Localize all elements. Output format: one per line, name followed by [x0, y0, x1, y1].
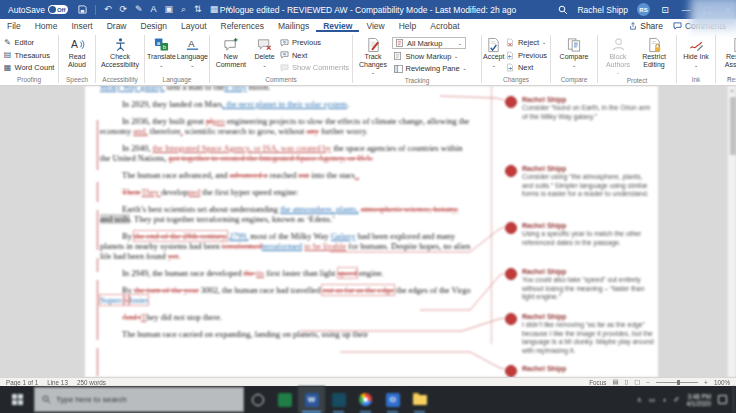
track-changes-button[interactable]: Track Changes⌄ — [354, 33, 392, 76]
show-markup-button[interactable]: Show Markup⌄ — [392, 51, 469, 62]
paragraph[interactable]: The human race carried on expanding, lan… — [100, 329, 472, 339]
read-mode-icon[interactable]: ▤ — [612, 378, 618, 386]
comment-card[interactable]: Rachel ShippI didn’t like removing “as f… — [505, 313, 655, 355]
resume-assistant-button[interactable]: in Resume Assistant — [718, 33, 736, 68]
delete-comment-button[interactable]: Delete⌄ — [251, 33, 279, 68]
paragraph[interactable]: Earth’s best scientists set about unders… — [100, 204, 472, 224]
comment-card[interactable]: Rachel ShippUsing a specific year to mat… — [505, 222, 655, 247]
scroll-up-icon[interactable]: ▲ — [730, 87, 735, 93]
translate-button[interactable]: ab Translate⌄ — [146, 33, 177, 68]
show-comments-button[interactable]: Show Comments — [278, 62, 351, 73]
zoom-in-button[interactable]: + — [704, 379, 708, 386]
tab-home[interactable]: Home — [28, 19, 65, 32]
comment-card[interactable]: Rachel Shipp — [505, 365, 655, 377]
paragraph[interactable]: In 2949, the human race developed the it… — [100, 268, 472, 278]
user-avatar[interactable]: RS — [637, 3, 650, 16]
start-button[interactable] — [0, 386, 34, 413]
taskbar-clock[interactable]: 3:48 PM 4/1/2020 — [686, 393, 711, 407]
accept-button[interactable]: Accept⌄ — [483, 33, 504, 68]
zoom-out-button[interactable]: − — [646, 379, 650, 386]
editor-button[interactable]: ✎Editor — [1, 37, 56, 48]
word-count-indicator[interactable]: 250 words — [77, 379, 106, 386]
tray-expand-icon[interactable]: ∧ — [637, 396, 642, 404]
reviewing-pane-button[interactable]: Reviewing Pane⌄ — [392, 63, 469, 74]
undo-icon[interactable]: ↶ — [104, 5, 112, 14]
autosave-switch[interactable]: Off — [48, 5, 68, 14]
paragraph[interactable]: The human race advanced, and advanced a … — [100, 170, 472, 180]
teams-taskbar-button[interactable] — [325, 386, 352, 413]
tab-design[interactable]: Design — [134, 19, 174, 32]
user-name[interactable]: Rachel Shipp — [577, 5, 628, 15]
reject-button[interactable]: Reject⌄ — [504, 37, 549, 48]
paragraph[interactable]: In 2040, the Integrated Space Agency, or… — [100, 143, 472, 163]
comment-card[interactable]: Rachel ShippYou could also take “speed” … — [505, 268, 655, 302]
new-comment-button[interactable]: New Comment — [211, 33, 251, 68]
draw-icon[interactable]: ✎ — [135, 5, 143, 14]
previous-change-button[interactable]: Previous — [504, 50, 549, 61]
tab-file[interactable]: File — [0, 19, 28, 32]
page-indicator[interactable]: Page 1 of 1 — [6, 379, 38, 386]
display-for-review-select[interactable]: All Markup ⌄ — [392, 37, 466, 49]
word-taskbar-button[interactable]: W — [298, 386, 325, 413]
tab-acrobat[interactable]: Acrobat — [423, 19, 466, 32]
font-icon[interactable]: A — [151, 5, 157, 14]
comment-card[interactable]: Rachel ShippConsider using “the atmosphe… — [505, 165, 655, 199]
network-icon[interactable]: ▭ — [649, 396, 656, 404]
hide-ink-button[interactable]: Hide Ink⌄ — [679, 33, 713, 68]
tab-mailings[interactable]: Mailings — [271, 19, 316, 32]
tab-insert[interactable]: Insert — [64, 19, 99, 32]
sort-icon[interactable]: ⇅ — [194, 5, 202, 14]
tab-layout[interactable]: Layout — [174, 19, 214, 32]
cortana-taskbar-button[interactable] — [244, 386, 271, 413]
check-accessibility-button[interactable]: Check Accessibility — [97, 33, 143, 68]
taskbar-search-input[interactable]: Type here to search — [34, 387, 244, 412]
grid-icon[interactable]: ▦ — [210, 5, 219, 14]
file-explorer-taskbar-button[interactable] — [406, 386, 433, 413]
print-layout-icon[interactable]: ▯ — [625, 378, 629, 386]
tab-review[interactable]: Review — [316, 19, 359, 32]
line-indicator[interactable]: Line 13 — [47, 379, 68, 386]
share-button[interactable]: Share — [629, 21, 663, 31]
paragraph[interactable]: By the end of the 28th century, 2799, mo… — [100, 231, 472, 261]
zoom-level[interactable]: 100% — [714, 379, 730, 386]
comment-card[interactable]: Rachel ShippConsider “found on Earth, in… — [505, 96, 655, 121]
find-icon[interactable]: ⌕ — [181, 5, 186, 14]
paragraph[interactable]: In 2036, they built great plgeo engineer… — [100, 116, 472, 136]
action-center-icon[interactable] — [718, 395, 727, 404]
zoom-slider[interactable] — [656, 382, 698, 383]
block-authors-button[interactable]: Block Authors⌄ — [601, 33, 635, 76]
tab-draw[interactable]: Draw — [100, 19, 134, 32]
tab-help[interactable]: Help — [392, 19, 423, 32]
collapse-ribbon-icon[interactable]: ⌃ — [726, 76, 732, 84]
restrict-editing-button[interactable]: Restrict Editing — [635, 33, 673, 68]
volume-icon[interactable]: ◗ — [662, 396, 666, 403]
paragraph[interactable]: Milky Way galaxy, sent a man to their on… — [100, 86, 472, 92]
greenshot-taskbar-button[interactable] — [271, 386, 298, 413]
compare-button[interactable]: Compare⌄ — [557, 33, 591, 68]
zoom-slider-knob[interactable] — [677, 380, 680, 385]
vertical-scrollbar[interactable]: ▲ — [727, 86, 736, 377]
paragraph[interactable]: In 2029, they landed on Mars, the next p… — [100, 99, 472, 109]
next-comment-button[interactable]: Next — [278, 50, 351, 61]
chrome-taskbar-button[interactable] — [352, 386, 379, 413]
read-aloud-button[interactable]: A Read Aloud — [60, 33, 94, 68]
paragraph[interactable]: And tThey did not stop there. — [100, 312, 472, 322]
save-icon[interactable] — [78, 5, 87, 14]
paragraph[interactable]: By the turn of the year 3002, the human … — [100, 285, 472, 305]
pen-icon[interactable]: ✐ — [674, 396, 680, 404]
focus-mode-button[interactable]: Focus — [589, 379, 606, 386]
next-change-button[interactable]: Next — [504, 62, 549, 73]
tab-view[interactable]: View — [359, 19, 391, 32]
tab-references[interactable]: References — [214, 19, 271, 32]
web-layout-icon[interactable]: ▢ — [634, 378, 640, 386]
search-icon[interactable] — [558, 5, 568, 15]
outlook-taskbar-button[interactable]: O — [379, 386, 406, 413]
word-count-button[interactable]: ▦Word Count — [1, 62, 56, 73]
paragraph[interactable]: Then They developped the first hyper spe… — [100, 187, 472, 197]
document-page[interactable]: Milky Way galaxy, sent a man to their on… — [85, 86, 658, 377]
language-button[interactable]: A Language⌄ — [177, 33, 208, 68]
thesaurus-button[interactable]: ▤Thesaurus — [1, 50, 56, 61]
repeat-icon[interactable]: ⟳ — [119, 5, 127, 14]
previous-comment-button[interactable]: Previous — [278, 37, 351, 48]
clipboard-icon[interactable]: ▣ — [165, 5, 174, 14]
